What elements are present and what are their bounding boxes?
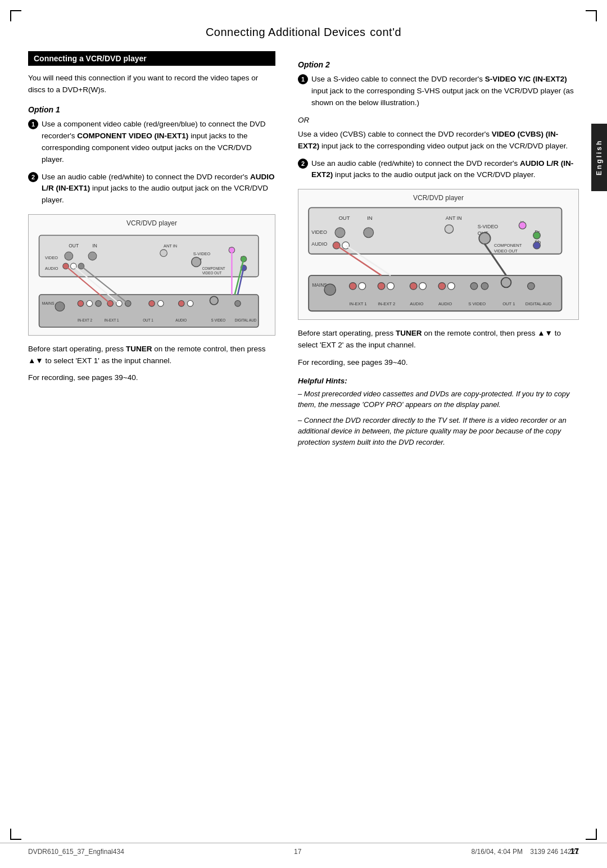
svg-text:MAINS: MAINS [42, 301, 55, 305]
svg-text:AUDIO: AUDIO [410, 301, 423, 306]
hints-heading: Helpful Hints: [298, 377, 579, 385]
alt-text: Use a video (CVBS) cable to connect the … [298, 129, 579, 152]
svg-point-82 [447, 283, 455, 290]
left-column: Connecting a VCR/DVD player You will nee… [28, 51, 287, 452]
page-footer: DVDR610_615_37_Engfinal434 17 8/16/04, 4… [0, 843, 607, 856]
svg-point-26 [78, 301, 84, 307]
svg-point-32 [149, 301, 155, 307]
page-number: 17 [570, 847, 579, 856]
corner-mark-tl [10, 10, 21, 21]
corner-mark-tr [586, 10, 597, 21]
corner-mark-br [586, 829, 597, 840]
left-diagram-svg: OUT IN VIDEO AUDIO ANT IN S-VIDEO OUT Y … [33, 229, 270, 330]
r-item2-number: 2 [298, 159, 308, 169]
item1-text: Use a component video cable (red/green/b… [42, 119, 275, 166]
hint1: – Most prerecorded video cassettes and D… [298, 388, 579, 410]
svg-text:IN-EXT 2: IN-EXT 2 [378, 301, 395, 306]
svg-text:IN: IN [93, 243, 97, 248]
left-diagram-label: VCR/DVD player [33, 219, 270, 227]
right-diagram-box: VCR/DVD player OUT IN VIDEO AUDIO ANT IN… [298, 189, 579, 320]
r-item2-text: Use an audio cable (red/white) to connec… [311, 158, 579, 182]
svg-point-71 [533, 242, 541, 250]
svg-point-76 [359, 283, 366, 290]
svg-text:IN: IN [367, 215, 373, 221]
or-text: OR [298, 115, 579, 126]
svg-text:IN-EXT 1: IN-EXT 1 [105, 318, 119, 322]
svg-point-33 [158, 301, 164, 307]
option1-item1: 1 Use a component video cable (red/green… [28, 119, 275, 166]
svg-point-27 [87, 301, 93, 307]
svg-rect-72 [309, 275, 561, 311]
svg-text:S VIDEO: S VIDEO [211, 318, 225, 322]
svg-text:AUDIO: AUDIO [438, 301, 452, 306]
svg-text:COMPONENT: COMPONENT [202, 266, 225, 270]
right-diagram-svg: OUT IN VIDEO AUDIO ANT IN S-VIDEO OUT Y … [303, 204, 574, 315]
option2-item2: 2 Use an audio cable (red/white) to conn… [298, 158, 579, 182]
svg-text:COMPONENT: COMPONENT [494, 243, 522, 248]
svg-text:ANT IN: ANT IN [446, 215, 462, 221]
svg-point-13 [65, 252, 73, 260]
svg-text:IN-EXT 1: IN-EXT 1 [349, 301, 366, 306]
svg-point-63 [335, 228, 345, 238]
svg-text:OUT: OUT [338, 215, 350, 221]
svg-text:DIGITAL AUD: DIGITAL AUD [235, 318, 257, 322]
recording-text-left: For recording, see pages 39~40. [28, 372, 275, 384]
svg-point-14 [88, 252, 97, 260]
svg-text:DIGITAL AUD: DIGITAL AUD [526, 301, 552, 306]
svg-point-64 [364, 228, 374, 238]
footer-center: 17 [294, 848, 301, 856]
svg-point-81 [438, 283, 446, 290]
hint2: – Connect the DVD recorder directly to t… [298, 415, 579, 448]
svg-point-80 [419, 283, 427, 290]
option1-heading: Option 1 [28, 105, 275, 114]
svg-text:OUT 1: OUT 1 [143, 318, 153, 322]
section-heading: Connecting a VCR/DVD player [28, 51, 275, 66]
svg-text:OUT 1: OUT 1 [502, 301, 515, 306]
svg-point-77 [378, 283, 385, 290]
item2-text: Use an audio cable (red/white) to connec… [42, 171, 275, 207]
footer-left: DVDR610_615_37_Engfinal434 [28, 848, 124, 856]
svg-point-86 [528, 283, 535, 290]
page-wrapper: English Connecting Additional Devices co… [0, 0, 607, 868]
svg-point-19 [192, 257, 201, 267]
corner-mark-bl [10, 829, 21, 840]
svg-point-70 [533, 232, 541, 239]
svg-text:S VIDEO: S VIDEO [468, 301, 486, 306]
svg-point-18 [160, 250, 167, 257]
svg-text:VIDEO OUT: VIDEO OUT [202, 271, 222, 275]
content-area: Connecting a VCR/DVD player You will nee… [0, 51, 607, 452]
svg-point-28 [96, 301, 102, 307]
r-item1-text: Use a S-video cable to connect the DVD r… [311, 74, 579, 109]
option2-heading: Option 2 [298, 60, 579, 69]
svg-text:OUT: OUT [69, 243, 79, 248]
right-column: Option 2 1 Use a S-video cable to connec… [287, 51, 579, 452]
svg-point-68 [479, 233, 490, 244]
footer-right: 8/16/04, 4:04 PM 3139 246 14221 [471, 848, 579, 856]
svg-point-40 [178, 301, 184, 307]
svg-text:VIDEO: VIDEO [45, 255, 58, 260]
svg-text:AUDIO: AUDIO [175, 318, 187, 322]
before-text-right: Before start operating, press TUNER on t… [298, 328, 579, 351]
option1-item2: 2 Use an audio cable (red/white) to conn… [28, 171, 275, 207]
option2-item1: 1 Use a S-video cable to connect the DVD… [298, 74, 579, 109]
svg-rect-23 [39, 295, 259, 327]
svg-text:S-VIDEO: S-VIDEO [478, 224, 499, 229]
svg-point-43 [235, 301, 241, 307]
hints-section: Helpful Hints: – Most prerecorded video … [298, 377, 579, 448]
svg-text:S-VIDEO: S-VIDEO [193, 252, 211, 257]
right-diagram-label: VCR/DVD player [303, 194, 574, 202]
svg-point-74 [324, 284, 336, 295]
svg-point-84 [481, 283, 488, 290]
language-tab: English [591, 124, 607, 191]
svg-text:VIDEO: VIDEO [311, 230, 327, 236]
svg-text:AUDIO: AUDIO [45, 266, 58, 271]
svg-text:VIDEO OUT: VIDEO OUT [494, 249, 518, 254]
item1-number: 1 [28, 119, 38, 129]
recording-text-right: For recording, see pages 39~40. [298, 357, 579, 369]
svg-point-25 [55, 302, 65, 311]
before-text-left: Before start operating, press TUNER on t… [28, 343, 275, 367]
svg-point-41 [187, 301, 193, 307]
svg-text:ANT IN: ANT IN [164, 243, 177, 248]
svg-point-42 [210, 297, 218, 305]
svg-point-85 [501, 278, 511, 288]
